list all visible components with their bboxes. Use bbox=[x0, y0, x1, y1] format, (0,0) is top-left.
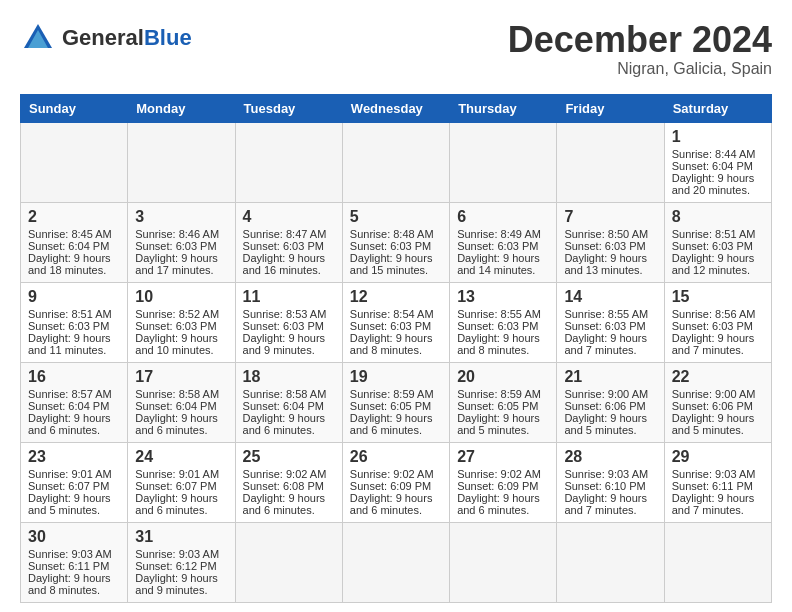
sunset: Sunset: 6:09 PM bbox=[457, 480, 538, 492]
calendar-row: 2Sunrise: 8:45 AMSunset: 6:04 PMDaylight… bbox=[21, 202, 772, 282]
day-number: 18 bbox=[243, 368, 335, 386]
day-number: 17 bbox=[135, 368, 227, 386]
daylight: Daylight: 9 hours and 6 minutes. bbox=[243, 412, 326, 436]
daylight: Daylight: 9 hours and 6 minutes. bbox=[28, 412, 111, 436]
sunrise: Sunrise: 8:58 AM bbox=[135, 388, 219, 400]
day-number: 23 bbox=[28, 448, 120, 466]
table-row: 27Sunrise: 9:02 AMSunset: 6:09 PMDayligh… bbox=[450, 442, 557, 522]
day-number: 11 bbox=[243, 288, 335, 306]
table-row bbox=[342, 122, 449, 202]
table-row bbox=[235, 522, 342, 602]
table-row: 3Sunrise: 8:46 AMSunset: 6:03 PMDaylight… bbox=[128, 202, 235, 282]
calendar-row: 16Sunrise: 8:57 AMSunset: 6:04 PMDayligh… bbox=[21, 362, 772, 442]
sunset: Sunset: 6:03 PM bbox=[243, 320, 324, 332]
day-number: 31 bbox=[135, 528, 227, 546]
daylight: Daylight: 9 hours and 7 minutes. bbox=[564, 332, 647, 356]
table-row: 23Sunrise: 9:01 AMSunset: 6:07 PMDayligh… bbox=[21, 442, 128, 522]
page-header: GeneralBlue December 2024 Nigran, Galici… bbox=[20, 20, 772, 78]
sunset: Sunset: 6:04 PM bbox=[135, 400, 216, 412]
sunrise: Sunrise: 8:49 AM bbox=[457, 228, 541, 240]
daylight: Daylight: 9 hours and 20 minutes. bbox=[672, 172, 755, 196]
sunset: Sunset: 6:03 PM bbox=[350, 240, 431, 252]
daylight: Daylight: 9 hours and 6 minutes. bbox=[350, 492, 433, 516]
sunrise: Sunrise: 8:52 AM bbox=[135, 308, 219, 320]
table-row: 7Sunrise: 8:50 AMSunset: 6:03 PMDaylight… bbox=[557, 202, 664, 282]
sunset: Sunset: 6:12 PM bbox=[135, 560, 216, 572]
calendar-row: 9Sunrise: 8:51 AMSunset: 6:03 PMDaylight… bbox=[21, 282, 772, 362]
day-number: 21 bbox=[564, 368, 656, 386]
day-number: 1 bbox=[672, 128, 764, 146]
table-row: 29Sunrise: 9:03 AMSunset: 6:11 PMDayligh… bbox=[664, 442, 771, 522]
logo-general-text: General bbox=[62, 25, 144, 50]
daylight: Daylight: 9 hours and 8 minutes. bbox=[28, 572, 111, 596]
sunrise: Sunrise: 8:48 AM bbox=[350, 228, 434, 240]
table-row bbox=[342, 522, 449, 602]
col-saturday: Saturday bbox=[664, 94, 771, 122]
logo: GeneralBlue bbox=[20, 20, 192, 56]
calendar-row: 1Sunrise: 8:44 AMSunset: 6:04 PMDaylight… bbox=[21, 122, 772, 202]
sunrise: Sunrise: 8:57 AM bbox=[28, 388, 112, 400]
daylight: Daylight: 9 hours and 15 minutes. bbox=[350, 252, 433, 276]
day-number: 6 bbox=[457, 208, 549, 226]
sunset: Sunset: 6:06 PM bbox=[672, 400, 753, 412]
sunrise: Sunrise: 8:59 AM bbox=[350, 388, 434, 400]
sunrise: Sunrise: 8:46 AM bbox=[135, 228, 219, 240]
calendar-row: 23Sunrise: 9:01 AMSunset: 6:07 PMDayligh… bbox=[21, 442, 772, 522]
table-row: 4Sunrise: 8:47 AMSunset: 6:03 PMDaylight… bbox=[235, 202, 342, 282]
sunset: Sunset: 6:03 PM bbox=[135, 320, 216, 332]
sunset: Sunset: 6:04 PM bbox=[28, 400, 109, 412]
sunset: Sunset: 6:03 PM bbox=[243, 240, 324, 252]
day-number: 19 bbox=[350, 368, 442, 386]
table-row: 2Sunrise: 8:45 AMSunset: 6:04 PMDaylight… bbox=[21, 202, 128, 282]
sunset: Sunset: 6:04 PM bbox=[243, 400, 324, 412]
table-row: 20Sunrise: 8:59 AMSunset: 6:05 PMDayligh… bbox=[450, 362, 557, 442]
daylight: Daylight: 9 hours and 11 minutes. bbox=[28, 332, 111, 356]
day-number: 29 bbox=[672, 448, 764, 466]
daylight: Daylight: 9 hours and 5 minutes. bbox=[564, 412, 647, 436]
logo-blue-text: Blue bbox=[144, 25, 192, 50]
sunrise: Sunrise: 8:44 AM bbox=[672, 148, 756, 160]
day-number: 26 bbox=[350, 448, 442, 466]
sunrise: Sunrise: 8:56 AM bbox=[672, 308, 756, 320]
sunrise: Sunrise: 9:03 AM bbox=[135, 548, 219, 560]
sunset: Sunset: 6:11 PM bbox=[672, 480, 753, 492]
sunset: Sunset: 6:03 PM bbox=[135, 240, 216, 252]
sunrise: Sunrise: 9:02 AM bbox=[350, 468, 434, 480]
daylight: Daylight: 9 hours and 5 minutes. bbox=[28, 492, 111, 516]
day-number: 24 bbox=[135, 448, 227, 466]
sunrise: Sunrise: 8:50 AM bbox=[564, 228, 648, 240]
sunset: Sunset: 6:03 PM bbox=[28, 320, 109, 332]
sunset: Sunset: 6:11 PM bbox=[28, 560, 109, 572]
sunset: Sunset: 6:03 PM bbox=[672, 320, 753, 332]
table-row: 31Sunrise: 9:03 AMSunset: 6:12 PMDayligh… bbox=[128, 522, 235, 602]
daylight: Daylight: 9 hours and 10 minutes. bbox=[135, 332, 218, 356]
table-row bbox=[557, 522, 664, 602]
sunrise: Sunrise: 8:54 AM bbox=[350, 308, 434, 320]
table-row: 18Sunrise: 8:58 AMSunset: 6:04 PMDayligh… bbox=[235, 362, 342, 442]
sunset: Sunset: 6:06 PM bbox=[564, 400, 645, 412]
sunrise: Sunrise: 9:03 AM bbox=[564, 468, 648, 480]
table-row bbox=[450, 522, 557, 602]
col-friday: Friday bbox=[557, 94, 664, 122]
logo-icon bbox=[20, 20, 56, 56]
sunset: Sunset: 6:05 PM bbox=[457, 400, 538, 412]
daylight: Daylight: 9 hours and 6 minutes. bbox=[135, 492, 218, 516]
header-row: Sunday Monday Tuesday Wednesday Thursday… bbox=[21, 94, 772, 122]
sunset: Sunset: 6:03 PM bbox=[672, 240, 753, 252]
table-row: 14Sunrise: 8:55 AMSunset: 6:03 PMDayligh… bbox=[557, 282, 664, 362]
sunset: Sunset: 6:03 PM bbox=[457, 240, 538, 252]
calendar-row: 30Sunrise: 9:03 AMSunset: 6:11 PMDayligh… bbox=[21, 522, 772, 602]
daylight: Daylight: 9 hours and 6 minutes. bbox=[457, 492, 540, 516]
day-number: 5 bbox=[350, 208, 442, 226]
sunset: Sunset: 6:03 PM bbox=[457, 320, 538, 332]
daylight: Daylight: 9 hours and 18 minutes. bbox=[28, 252, 111, 276]
table-row: 12Sunrise: 8:54 AMSunset: 6:03 PMDayligh… bbox=[342, 282, 449, 362]
sunrise: Sunrise: 8:59 AM bbox=[457, 388, 541, 400]
sunrise: Sunrise: 8:55 AM bbox=[564, 308, 648, 320]
table-row bbox=[664, 522, 771, 602]
daylight: Daylight: 9 hours and 6 minutes. bbox=[243, 492, 326, 516]
sunrise: Sunrise: 9:02 AM bbox=[243, 468, 327, 480]
daylight: Daylight: 9 hours and 5 minutes. bbox=[457, 412, 540, 436]
day-number: 10 bbox=[135, 288, 227, 306]
daylight: Daylight: 9 hours and 8 minutes. bbox=[350, 332, 433, 356]
